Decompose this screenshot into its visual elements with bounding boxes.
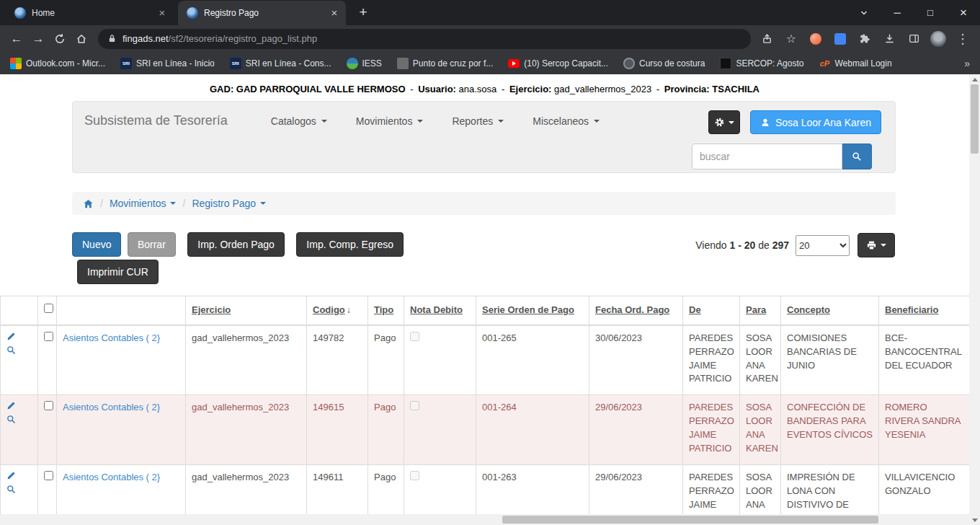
- menu-miscelaneos[interactable]: Miscelaneos: [518, 115, 614, 127]
- breadcrumb-home[interactable]: [83, 198, 94, 209]
- minimize-button[interactable]: ─: [881, 0, 914, 25]
- view-magnifier-icon[interactable]: [6, 345, 16, 359]
- header-serie-orden-pago[interactable]: Serie Orden de Pago: [482, 304, 574, 315]
- sri-icon: SRI: [230, 58, 241, 69]
- app-brand[interactable]: Subsistema de Tesorería: [84, 113, 228, 128]
- forward-button[interactable]: →: [27, 28, 49, 50]
- reload-button[interactable]: [49, 28, 71, 50]
- bookmark-curso-costura[interactable]: Curso de costura: [623, 58, 705, 69]
- header-tipo[interactable]: Tipo: [374, 304, 393, 315]
- cell-asientos: Asientos Contables ( 2}: [57, 395, 186, 465]
- home-icon: [83, 198, 94, 209]
- breadcrumb-separator: /: [182, 198, 185, 209]
- cell-tipo: Pago: [368, 325, 404, 395]
- side-panel-icon[interactable]: [904, 29, 924, 49]
- bookmark-sercop-agosto[interactable]: SERCOP: Agosto: [720, 58, 803, 69]
- vertical-scrollbar-thumb[interactable]: [971, 84, 979, 154]
- header-beneficiario[interactable]: Beneficiario: [885, 304, 938, 315]
- breadcrumb-movimientos[interactable]: Movimientos: [110, 198, 177, 209]
- bookmark-sercop-video[interactable]: (10) Sercop Capacit...: [508, 58, 608, 69]
- page-size-select[interactable]: 20: [796, 235, 850, 256]
- edit-pencil-icon[interactable]: [6, 471, 16, 485]
- printer-icon: [866, 240, 877, 251]
- home-button[interactable]: [71, 28, 92, 50]
- row-checkbox[interactable]: [44, 401, 53, 410]
- close-button[interactable]: ×: [947, 0, 980, 25]
- address-bar[interactable]: fingads.net/sf2/tesoreria/registro_pago_…: [98, 29, 751, 49]
- cell-fecha-ord-pago: 29/06/2023: [589, 465, 683, 514]
- header-concepto[interactable]: Concepto: [787, 304, 830, 315]
- registro-pago-table: Ejercicio Codigo↓ Tipo Nota Debito Serie…: [0, 296, 969, 514]
- extension-translate-icon[interactable]: [830, 29, 850, 49]
- asientos-contables-link[interactable]: Asientos Contables ( 2}: [63, 332, 160, 343]
- chevron-down-icon: [260, 202, 266, 205]
- header-nota-debito[interactable]: Nota Debito: [410, 304, 463, 315]
- imprimir-cur-button[interactable]: Imprimir CUR: [77, 260, 159, 284]
- settings-gear-button[interactable]: [708, 110, 740, 134]
- bookmark-punto-de-cruz[interactable]: Punto de cruz por f...: [397, 58, 493, 69]
- browser-tab-registro-pago[interactable]: Registro Pago ×: [178, 1, 346, 25]
- edit-pencil-icon[interactable]: [6, 332, 16, 345]
- tab-close-icon[interactable]: ×: [156, 7, 168, 19]
- bookmark-sri-inicio[interactable]: SRISRI en Línea - Inicio: [120, 58, 215, 69]
- bookmark-sri-consultas[interactable]: SRISRI en Línea - Cons...: [230, 58, 331, 69]
- header-para[interactable]: Para: [746, 304, 766, 315]
- extension-screenshot-icon[interactable]: [806, 29, 826, 49]
- menu-movimientos[interactable]: Movimientos: [342, 115, 438, 127]
- menu-catalogos[interactable]: Catalogos: [257, 115, 342, 127]
- downloads-icon[interactable]: [879, 29, 899, 49]
- scroll-down-icon[interactable]: [969, 515, 980, 525]
- horizontal-scrollbar[interactable]: [0, 514, 969, 525]
- vertical-scrollbar[interactable]: [969, 74, 980, 525]
- cross-stitch-icon: [397, 58, 409, 69]
- menu-reportes[interactable]: Reportes: [437, 115, 518, 127]
- user-button[interactable]: Sosa Loor Ana Karen: [750, 110, 881, 134]
- context-ejercicio-label: Ejercicio:: [509, 84, 552, 94]
- browser-menu-icon[interactable]: ⋮: [953, 29, 973, 49]
- cell-concepto: IMPRESIÓN DE LONA CON DISTIVIVO DE: [781, 465, 879, 514]
- cell-de: PAREDES PERRAZO JAIME PATRICIO: [683, 465, 740, 514]
- maximize-button[interactable]: □: [914, 0, 947, 25]
- bookmark-star-icon[interactable]: ☆: [781, 29, 801, 49]
- context-gad-value: GAD PARROQUIAL VALLE HERMOSO: [236, 84, 406, 94]
- search-button[interactable]: [842, 144, 872, 169]
- chevron-down-icon: [498, 120, 504, 123]
- tab-close-icon[interactable]: ×: [329, 7, 340, 19]
- context-provincia-value: TSACHILA: [712, 84, 760, 94]
- nuevo-button[interactable]: Nuevo: [72, 232, 121, 257]
- cell-beneficiario: BCE-BANCOCENTRAL DEL ECUADOR: [879, 325, 970, 395]
- row-checkbox[interactable]: [44, 332, 53, 341]
- scroll-up-icon[interactable]: [969, 74, 980, 84]
- horizontal-scrollbar-thumb[interactable]: [502, 516, 878, 524]
- header-codigo[interactable]: Codigo: [313, 304, 345, 315]
- profile-avatar[interactable]: [928, 29, 948, 49]
- share-icon[interactable]: [757, 29, 777, 49]
- view-magnifier-icon[interactable]: [6, 415, 16, 428]
- browser-tab-home[interactable]: Home ×: [6, 1, 174, 25]
- page-content: GAD: GAD PARROQUIAL VALLE HERMOSO - Usua…: [0, 74, 969, 514]
- asientos-contables-link[interactable]: Asientos Contables ( 2}: [63, 402, 160, 412]
- print-button[interactable]: [858, 233, 895, 257]
- edit-pencil-icon[interactable]: [6, 401, 16, 415]
- select-all-checkbox[interactable]: [44, 304, 53, 313]
- tab-search-chevron-icon[interactable]: [847, 0, 881, 25]
- new-tab-button[interactable]: +: [353, 3, 373, 23]
- imp-comp-egreso-button[interactable]: Imp. Comp. Egreso: [296, 232, 404, 257]
- extensions-puzzle-icon[interactable]: [855, 29, 875, 49]
- back-button[interactable]: ←: [6, 28, 27, 50]
- row-checkbox[interactable]: [44, 471, 53, 480]
- breadcrumb-registro-pago[interactable]: Registro Pago: [192, 198, 266, 209]
- asientos-contables-link[interactable]: Asientos Contables ( 2}: [63, 472, 160, 482]
- bookmarks-overflow-icon[interactable]: »: [964, 58, 970, 69]
- search-input[interactable]: [692, 144, 842, 169]
- bookmark-webmail[interactable]: cPWebmail Login: [819, 58, 891, 69]
- context-bar: GAD: GAD PARROQUIAL VALLE HERMOSO - Usua…: [0, 74, 969, 98]
- imp-orden-pago-button[interactable]: Imp. Orden Pago: [187, 232, 285, 257]
- bookmark-iess[interactable]: IESS: [347, 58, 382, 69]
- header-ejercicio[interactable]: Ejercicio: [192, 304, 231, 315]
- header-de[interactable]: De: [689, 304, 701, 315]
- header-fecha-ord-pago[interactable]: Fecha Ord. Pago: [595, 304, 669, 315]
- bookmark-outlook[interactable]: Outlook.com - Micr...: [10, 58, 105, 69]
- view-magnifier-icon[interactable]: [6, 485, 16, 498]
- borrar-button[interactable]: Borrar: [128, 232, 176, 257]
